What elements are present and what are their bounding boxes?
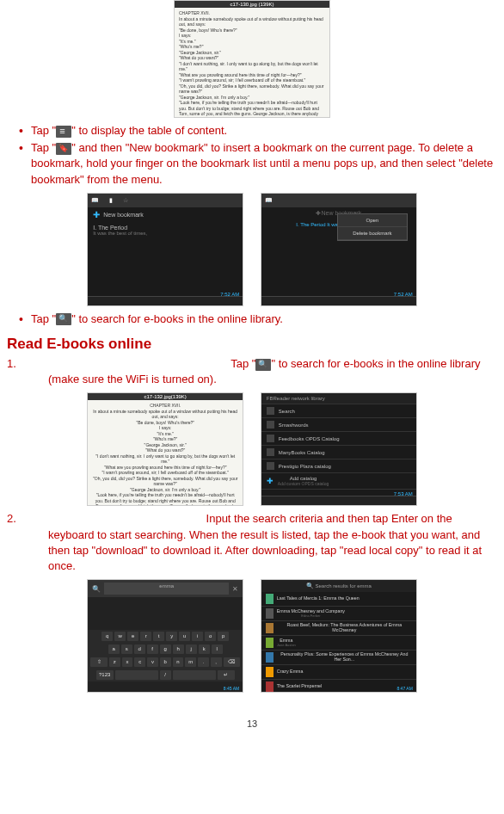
keyboard-key: k bbox=[199, 644, 210, 654]
library-item: ManyBooks Catalog bbox=[261, 446, 416, 459]
bullet-list: Tap "" to display the table of content. … bbox=[7, 123, 497, 188]
close-icon: ✕ bbox=[232, 585, 238, 593]
library-screenshot: FBReader network library SearchSmashword… bbox=[261, 392, 417, 506]
plus-icon: ✚ bbox=[93, 210, 100, 219]
step2-screenshots: 🔍 emma ✕ qwertyuiopasdfghjkl⇧zxcvbnm.,⌫?… bbox=[7, 579, 497, 693]
keyboard-key: / bbox=[160, 670, 171, 680]
keyboard-key: s bbox=[121, 644, 132, 654]
keyboard-key: v bbox=[147, 657, 158, 667]
result-row: Crazy Emma bbox=[261, 665, 416, 680]
reader-screenshot-large: c17-132.jpg(139K) CHAPTER XVII. In about… bbox=[87, 392, 243, 506]
result-row: EmmaJane Austen bbox=[261, 636, 416, 651]
result-row: The Scarlet Pimpernel bbox=[261, 680, 416, 693]
keyboard-key: h bbox=[173, 644, 184, 654]
bullet-bookmark: Tap "" and then "New bookmark" to insert… bbox=[31, 140, 497, 188]
keyboard-key: a bbox=[108, 644, 120, 654]
bullet-toc: Tap "" to display the table of content. bbox=[31, 123, 497, 139]
keyboard-key: n bbox=[173, 657, 184, 667]
keyboard-key: l bbox=[212, 644, 223, 654]
keyboard-screenshot: 🔍 emma ✕ qwertyuiopasdfghjkl⇧zxcvbnm.,⌫?… bbox=[87, 579, 243, 693]
keyboard-key: t bbox=[153, 632, 164, 641]
keyboard-key: ⌫ bbox=[224, 657, 241, 667]
context-menu-popup: Open Delete bookmark bbox=[337, 213, 408, 241]
step-1: 1. placeholder gap to push text right — … bbox=[7, 356, 497, 387]
step-2: 2. placeholder gap to push text — Input … bbox=[7, 511, 497, 574]
keyboard-key: w bbox=[114, 632, 126, 641]
toc-icon bbox=[56, 126, 71, 138]
keyboard-key: x bbox=[122, 657, 133, 667]
keyboard-key: d bbox=[134, 644, 145, 654]
keyboard-key: z bbox=[109, 657, 120, 667]
bookmark-screenshots-row: 📖▮☆ ✚New bookmark I. The Period It was t… bbox=[7, 193, 497, 306]
keyboard-key: f bbox=[147, 644, 158, 654]
result-row: Last Tales of Mercia 1: Emma the Queen bbox=[261, 592, 416, 607]
bullet-search: Tap "" to search for e-books in the onli… bbox=[31, 311, 497, 327]
page-number: 13 bbox=[7, 718, 497, 729]
library-item: Prestigio Plaza catalog bbox=[261, 459, 416, 473]
reader-header: c17-130.jpg (139K) bbox=[175, 1, 329, 8]
keyboard-key: p bbox=[218, 632, 229, 641]
keyboard-key: r bbox=[140, 632, 151, 641]
section-heading: Read E-books online bbox=[7, 336, 497, 353]
reader-screenshot-small: c17-130.jpg (139K) CHAPTER XVII. In abou… bbox=[174, 0, 330, 118]
result-row: Personality Plus: Some Experiences of Em… bbox=[261, 651, 416, 665]
keyboard-key: ?123 bbox=[96, 670, 114, 680]
keyboard-key: b bbox=[160, 657, 171, 667]
keyboard-key bbox=[173, 670, 216, 680]
keyboard-key: o bbox=[205, 632, 216, 641]
search-icon-3: 🔍 bbox=[92, 585, 101, 593]
keyboard-key: c bbox=[134, 657, 145, 667]
keyboard-key: e bbox=[127, 632, 138, 641]
keyboard-key: g bbox=[160, 644, 171, 654]
keyboard-key: u bbox=[179, 632, 190, 641]
context-menu-screenshot: 📖 ✚New bookmark I. The Period It was the… bbox=[261, 193, 417, 306]
keyboard-key: ↵ bbox=[218, 670, 235, 680]
search-icon bbox=[56, 313, 71, 325]
library-item: ✚Add catalogAdd custom OPDS catalog bbox=[261, 473, 416, 490]
search-icon-2 bbox=[255, 359, 271, 371]
library-item: Feedbooks OPDS Catalog bbox=[261, 432, 416, 446]
results-screenshot: 🔍 Search results for emma Last Tales of … bbox=[261, 579, 417, 693]
keyboard-key: , bbox=[211, 657, 222, 667]
bullet-list-2: Tap "" to search for e-books in the onli… bbox=[7, 311, 497, 327]
search-input: emma bbox=[104, 583, 229, 595]
library-item: Search bbox=[261, 404, 416, 418]
keyboard-key: y bbox=[166, 632, 177, 641]
keyboard-key: j bbox=[186, 644, 197, 654]
keyboard-key: q bbox=[101, 632, 113, 641]
result-row: Emma McChesney and CompanyEdna Ferber bbox=[261, 607, 416, 621]
menu-open: Open bbox=[338, 214, 407, 227]
keyboard-key bbox=[115, 670, 158, 680]
library-item: Smashwords bbox=[261, 418, 416, 432]
new-bookmark-screenshot: 📖▮☆ ✚New bookmark I. The Period It was t… bbox=[87, 193, 243, 306]
keyboard-key: ⇧ bbox=[90, 657, 108, 667]
menu-delete: Delete bookmark bbox=[338, 227, 407, 240]
result-row: Roast Beef, Medium: The Business Adventu… bbox=[261, 621, 416, 636]
keyboard-key: m bbox=[185, 657, 196, 667]
keyboard-key: . bbox=[198, 657, 209, 667]
bookmark-icon bbox=[56, 143, 71, 155]
reader-body: CHAPTER XVII. In about a minute somebody… bbox=[175, 8, 329, 118]
keyboard-key: i bbox=[192, 632, 203, 641]
step1-screenshots: c17-132.jpg(139K) CHAPTER XVII. In about… bbox=[7, 392, 497, 506]
